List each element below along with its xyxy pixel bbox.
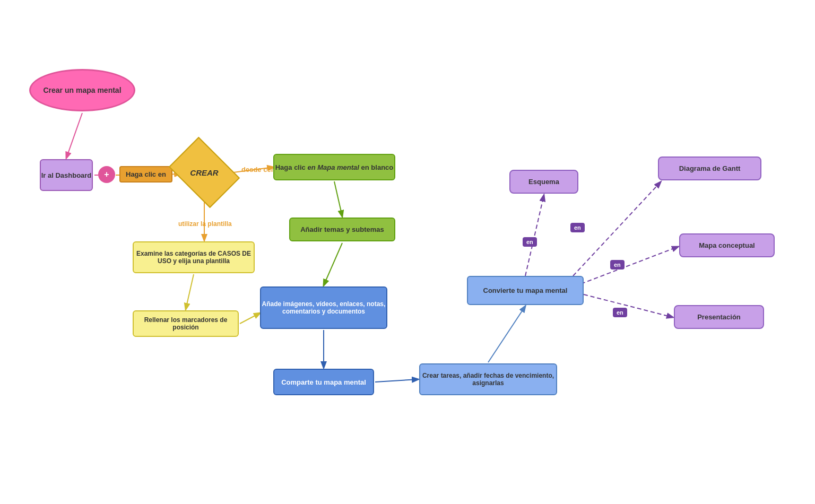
svg-line-11 [375, 379, 418, 382]
temas-label: Añadir temas y subtemas [300, 225, 384, 233]
convierte-label: Convierte tu mapa mental [483, 286, 568, 294]
esquema-label: Esquema [528, 178, 559, 186]
gantt-label: Diagrama de Gantt [679, 164, 741, 172]
en-badge-4: en [613, 308, 627, 317]
conceptual-label: Mapa conceptual [699, 241, 755, 249]
utilizar-plantilla-label: utilizar la plantilla [178, 220, 232, 228]
dashboard-node[interactable]: Ir al Dashboard [40, 159, 93, 191]
haga-clic-button[interactable]: Haga clic en [119, 166, 172, 183]
svg-line-15 [581, 247, 678, 284]
svg-line-13 [525, 195, 544, 276]
svg-line-16 [584, 294, 673, 317]
convierte-node[interactable]: Convierte tu mapa mental [467, 276, 584, 305]
dashboard-label: Ir al Dashboard [41, 171, 92, 179]
haga-clic-label: Haga clic en [126, 170, 166, 178]
svg-line-12 [488, 306, 525, 362]
crear-mapa-mental-node: Crear un mapa mental [29, 69, 135, 111]
comparte-label: Comparte tu mapa mental [281, 378, 366, 386]
svg-line-0 [66, 113, 82, 158]
en-badge-1: en [523, 237, 537, 247]
flowchart-canvas: Crear un mapa mental Ir al Dashboard + H… [0, 0, 815, 504]
plus-icon: + [98, 166, 115, 183]
presentacion-node[interactable]: Presentación [674, 305, 764, 329]
crear-mapa-mental-label: Crear un mapa mental [43, 86, 121, 94]
mapa-blanco-label: Haga clic en Mapa mental en blanco [275, 163, 394, 171]
anade-label: Añade imágenes, vídeos, enlaces, notas, … [261, 300, 386, 315]
examine-label: Examine las categorías de CASOS DE USO y… [134, 250, 254, 265]
crear-tareas-label: Crear tareas, añadir fechas de vencimien… [420, 372, 556, 387]
rellenar-node[interactable]: Rellenar los marcadores de posición [133, 310, 239, 337]
svg-line-7 [324, 243, 342, 285]
crear-diamond [169, 137, 240, 208]
mapa-blanco-node[interactable]: Haga clic en Mapa mental en blanco [273, 154, 395, 180]
svg-line-9 [240, 313, 260, 324]
anade-node[interactable]: Añade imágenes, vídeos, enlaces, notas, … [260, 286, 387, 329]
examine-node[interactable]: Examine las categorías de CASOS DE USO y… [133, 241, 255, 273]
comparte-node[interactable]: Comparte tu mapa mental [273, 369, 374, 395]
rellenar-label: Rellenar los marcadores de posición [134, 316, 238, 331]
en-badge-3: en [610, 260, 625, 270]
svg-line-8 [186, 274, 194, 309]
temas-node[interactable]: Añadir temas y subtemas [289, 218, 395, 241]
conceptual-node[interactable]: Mapa conceptual [679, 233, 775, 257]
crear-tareas-node[interactable]: Crear tareas, añadir fechas de vencimien… [419, 363, 557, 395]
esquema-node[interactable]: Esquema [509, 170, 578, 194]
presentacion-label: Presentación [697, 313, 741, 321]
svg-line-6 [334, 181, 342, 216]
desde-cero-label: desde cero [241, 166, 278, 173]
gantt-node[interactable]: Diagrama de Gantt [658, 157, 761, 180]
en-badge-2: en [570, 223, 585, 232]
